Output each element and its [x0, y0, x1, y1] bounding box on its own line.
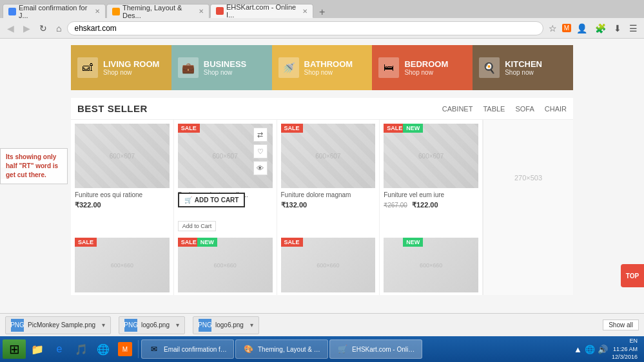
annotation-text: Its showing only half "RT" word is get c… — [6, 153, 58, 178]
tab-label-ehskart: EHSKart.com - Online I... — [226, 4, 298, 18]
bathroom-text: BATHROOM Shop now — [304, 59, 353, 77]
taskbar-chrome[interactable]: 🌐 — [93, 339, 113, 359]
filter-cabinet[interactable]: CABINET — [442, 104, 473, 114]
tab-close-ehskart[interactable]: ✕ — [302, 8, 307, 15]
star-icon[interactable]: ☆ — [546, 22, 560, 35]
tab-close-email[interactable]: ✕ — [95, 8, 100, 15]
product-image-4: SALE NEW 600×607 — [384, 124, 478, 188]
file-explorer-icon: 📁 — [30, 342, 44, 356]
dims-r2-4: 600×660 — [420, 262, 442, 269]
download-chevron-3[interactable]: ▾ — [250, 321, 253, 329]
annotation-overlay: Its showing only half "RT" word is get c… — [0, 148, 68, 184]
running-icon-1: ✉ — [147, 342, 161, 356]
taskbar-running-1[interactable]: ✉ Email confirmation for Ja... — [141, 339, 234, 359]
media-icon: 🎵 — [74, 342, 88, 356]
download-item-3[interactable]: PNG logo6.png ▾ — [193, 316, 259, 334]
tab-email[interactable]: Email confirmation for J... ✕ — [3, 4, 106, 18]
product-name-1: Funiture eos qui ratione — [75, 191, 170, 198]
taskbar-running-2[interactable]: 🎨 Theming, Layout & Des... — [235, 339, 328, 359]
new-tab-button[interactable]: + — [317, 6, 327, 18]
product-col-1: 600×607 Funiture eos qui ratione ₹322.00 — [71, 120, 174, 235]
download-icon-1: PNG — [11, 319, 24, 332]
filter-sofa[interactable]: SOFA — [515, 104, 534, 114]
filter-table[interactable]: TABLE — [483, 104, 505, 114]
top-button[interactable]: TOP — [621, 264, 644, 287]
product-col-2: SALE 600×607 ⇄ ♡ 👁 Funiture voluntas nul… — [174, 120, 277, 235]
product-image-r2-4: NEW 600×660 — [384, 238, 478, 292]
forward-button[interactable]: ▶ — [20, 22, 34, 35]
back-button[interactable]: ◀ — [4, 22, 17, 35]
add-to-cart-small-2[interactable]: Add to Cart — [178, 221, 217, 231]
sale-badge-2: SALE — [178, 124, 200, 133]
tab-close-theming[interactable]: ✕ — [199, 8, 204, 15]
start-button[interactable]: ⊞ — [3, 339, 26, 359]
sale-badge-r2-3: SALE — [281, 238, 303, 247]
bedroom-icon: 🛏 — [378, 57, 399, 78]
old-price-4: ₹267.00 — [384, 202, 407, 209]
page-content: ⚙ 🛋 LIVING ROOM Shop now 💼 BUSINESS Shop… — [0, 39, 644, 336]
category-business[interactable]: 💼 BUSINESS Shop now — [171, 45, 272, 90]
taskbar-label-1: Email confirmation for Ja... — [164, 346, 228, 353]
address-bar[interactable] — [67, 21, 543, 35]
product-card-4: SALE NEW 600×607 Funiture vel eum iure ₹… — [380, 120, 482, 213]
product-col-3: SALE 600×607 Funiture dolore magnam ₹132… — [277, 120, 380, 235]
tab-ehskart[interactable]: EHSKart.com - Online I... ✕ — [210, 4, 313, 18]
show-all-downloads-button[interactable]: Show all — [603, 319, 639, 330]
wishlist-button-2[interactable]: ♡ — [253, 144, 268, 158]
filter-chair[interactable]: CHAIR — [545, 104, 567, 114]
taskbar-media[interactable]: 🎵 — [71, 339, 92, 359]
download-chevron-2[interactable]: ▾ — [176, 321, 179, 329]
magento-taskbar-icon: M — [118, 342, 132, 356]
toolbar-icons: ☆ M 👤 🧩 ⬇ ☰ — [546, 22, 640, 35]
taskbar-magento[interactable]: M — [115, 339, 135, 359]
tray-volume-icon[interactable]: 🔊 — [598, 345, 608, 354]
view-button-2[interactable]: 👁 — [253, 161, 268, 175]
download-chevron-1[interactable]: ▾ — [102, 321, 105, 329]
tray-arrow-icon[interactable]: ▲ — [574, 345, 582, 354]
product-grid-row2: SALE 600×660 SALE NEW 600×660 — [71, 235, 573, 295]
refresh-button[interactable]: ↻ — [36, 22, 50, 35]
browser-window: Email confirmation for J... ✕ Theming, L… — [0, 0, 644, 336]
category-bedroom[interactable]: 🛏 BEDROOM Shop now — [372, 45, 473, 90]
product-dims-1: 600×607 — [110, 153, 135, 160]
extensions-icon[interactable]: 🧩 — [592, 22, 609, 35]
tab-theming[interactable]: Theming, Layout & Des... ✕ — [106, 4, 210, 18]
kitchen-text: KITCHEN Shop now — [505, 59, 542, 77]
download-name-2: logo6.png — [141, 321, 170, 329]
person-icon[interactable]: 👤 — [574, 22, 590, 35]
tray-network-icon[interactable]: 🌐 — [585, 345, 595, 354]
tray-icons: ▲ 🌐 🔊 — [574, 345, 608, 354]
product-card-r2-1: SALE 600×660 — [71, 235, 173, 295]
taskbar-file-explorer[interactable]: 📁 — [27, 339, 48, 359]
download-item-1[interactable]: PNG PicMonkey Sample.png ▾ — [5, 316, 111, 334]
menu-icon[interactable]: ☰ — [627, 22, 640, 35]
category-living-room[interactable]: 🛋 LIVING ROOM Shop now — [71, 45, 171, 90]
compare-button-2[interactable]: ⇄ — [253, 128, 268, 142]
magento-icon[interactable]: M — [562, 24, 571, 32]
toolbar: ◀ ▶ ↻ ⌂ ☆ M 👤 🧩 ⬇ ☰ — [0, 18, 644, 39]
running-icon-2: 🎨 — [241, 342, 255, 356]
living-room-icon: 🛋 — [77, 57, 98, 78]
taskbar-running-3[interactable]: 🛒 EHSKart.com - Online I... — [329, 339, 422, 359]
download-item-2[interactable]: PNG logo6.png ▾ — [119, 316, 185, 334]
product-card-3: SALE 600×607 Funiture dolore magnam ₹132… — [277, 120, 380, 213]
category-bathroom[interactable]: 🚿 BATHROOM Shop now — [272, 45, 373, 90]
add-to-cart-container: 🛒 ADD TO CART — [178, 191, 273, 207]
download-icon-2: PNG — [124, 319, 137, 332]
tab-favicon-email — [8, 8, 16, 15]
taskbar-ie[interactable]: e — [49, 339, 70, 359]
living-room-name: LIVING ROOM — [103, 59, 159, 70]
system-tray: ▲ 🌐 🔊 EN 11:26 AM 12/3/2016 — [574, 337, 641, 361]
clock-language: EN — [612, 337, 638, 345]
download-type-3: PNG — [198, 321, 212, 329]
download-icon[interactable]: ⬇ — [611, 22, 624, 35]
home-button[interactable]: ⌂ — [53, 22, 64, 35]
download-type-2: PNG — [124, 321, 138, 329]
product-image-r2-2: SALE NEW 600×660 — [178, 238, 273, 292]
category-kitchen[interactable]: 🍳 KITCHEN Shop now — [473, 45, 573, 90]
product-image-3: SALE 600×607 — [281, 124, 376, 188]
add-to-cart-button[interactable]: 🛒 ADD TO CART — [178, 193, 246, 207]
business-shop: Shop now — [204, 69, 246, 76]
system-clock: EN 11:26 AM 12/3/2016 — [612, 337, 638, 361]
new-badge-r2-4: NEW — [403, 238, 423, 247]
